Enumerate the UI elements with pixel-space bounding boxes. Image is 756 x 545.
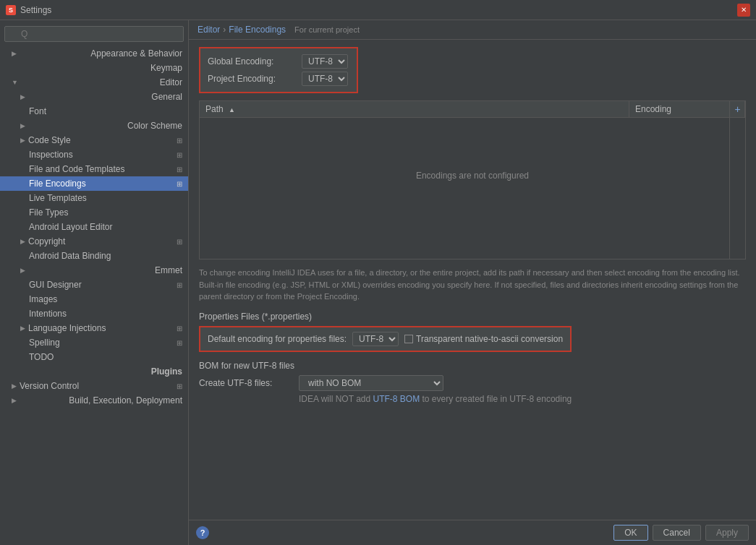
- sidebar-item-label: Build, Execution, Deployment: [69, 395, 182, 405]
- settings-icon: ⊞: [177, 339, 182, 347]
- expand-icon: ▶: [20, 325, 25, 332]
- sidebar-item-intentions[interactable]: Intentions: [0, 306, 188, 321]
- sidebar-item-build-execution[interactable]: ▶ Build, Execution, Deployment: [0, 393, 188, 408]
- sidebar-item-label: Copyright: [28, 236, 65, 246]
- sidebar-item-plugins[interactable]: Plugins: [0, 364, 188, 379]
- expand-icon: ▶: [12, 397, 17, 404]
- sidebar-item-android-data-binding[interactable]: Android Data Binding: [0, 249, 188, 263]
- sidebar-item-font[interactable]: Font: [0, 104, 188, 119]
- sidebar: 🔍 ▶ Appearance & Behavior Keymap ▼ Edito…: [0, 20, 189, 545]
- sidebar-item-language-injections[interactable]: ▶ Language Injections ⊞: [0, 321, 188, 335]
- table-col-encoding: Encoding: [629, 101, 745, 117]
- settings-icon: ⊞: [177, 325, 182, 332]
- bom-create-select[interactable]: with NO BOM: [299, 375, 443, 391]
- transparent-checkbox-wrapper: Transparent native-to-ascii conversion: [404, 334, 563, 344]
- sidebar-item-file-code-templates[interactable]: File and Code Templates ⊞: [0, 162, 188, 176]
- transparent-checkbox[interactable]: [404, 335, 413, 343]
- settings-icon: ⊞: [177, 180, 182, 188]
- sidebar-item-general[interactable]: ▶ General: [0, 90, 188, 104]
- help-button[interactable]: ?: [196, 526, 209, 539]
- settings-window: S Settings ✕ 🔍 ▶ Appearance & Behavior K…: [0, 0, 756, 545]
- global-encoding-row: Global Encoding: UTF-8: [208, 54, 349, 69]
- table-toolbar: +: [729, 101, 745, 259]
- sidebar-item-gui-designer[interactable]: GUI Designer ⊞: [0, 278, 188, 292]
- sidebar-item-images[interactable]: Images: [0, 292, 188, 306]
- sidebar-item-keymap[interactable]: Keymap: [0, 61, 188, 75]
- sidebar-item-copyright[interactable]: ▶ Copyright ⊞: [0, 234, 188, 249]
- sidebar-item-spelling[interactable]: Spelling ⊞: [0, 335, 188, 350]
- expand-icon: ▶: [12, 50, 17, 57]
- sidebar-item-version-control[interactable]: ▶ Version Control ⊞: [0, 379, 188, 393]
- sidebar-item-label: Version Control: [20, 381, 79, 391]
- table-col-path: Path ▲: [200, 101, 629, 117]
- encoding-settings: Global Encoding: UTF-8 Project Encoding:…: [199, 47, 358, 93]
- sidebar-item-label: Editor: [160, 77, 182, 87]
- main-panel: Editor › File Encodings For current proj…: [189, 20, 756, 545]
- sidebar-item-label: Intentions: [29, 309, 67, 319]
- breadcrumb-current: File Encodings: [229, 25, 286, 35]
- bom-note-highlight: UTF-8 BOM: [373, 394, 420, 404]
- settings-icon: ⊞: [177, 137, 182, 145]
- main-content: Global Encoding: UTF-8 Project Encoding:…: [189, 40, 756, 520]
- sidebar-item-label: Inspections: [29, 150, 73, 160]
- sort-icon: ▲: [229, 106, 235, 113]
- app-icon: S: [6, 5, 16, 15]
- sidebar-item-live-templates[interactable]: Live Templates: [0, 191, 188, 205]
- global-encoding-select[interactable]: UTF-8: [302, 54, 348, 69]
- project-encoding-row: Project Encoding: UTF-8: [208, 72, 349, 86]
- sidebar-item-code-style[interactable]: ▶ Code Style ⊞: [0, 133, 188, 147]
- cancel-button[interactable]: Cancel: [653, 525, 701, 541]
- expand-icon: ▼: [12, 79, 18, 86]
- expand-icon: ▶: [20, 137, 25, 144]
- sidebar-item-label: Appearance & Behavior: [90, 48, 182, 59]
- sidebar-item-appearance[interactable]: ▶ Appearance & Behavior: [0, 46, 188, 61]
- settings-icon: ⊞: [177, 238, 182, 246]
- table-body: Encodings are not configured: [200, 118, 745, 233]
- bom-note-prefix: IDEA will NOT add: [299, 394, 373, 404]
- sidebar-item-file-encodings[interactable]: File Encodings ⊞: [0, 176, 188, 191]
- sidebar-item-label: Plugins: [151, 366, 182, 377]
- props-encoding-select[interactable]: UTF-8: [352, 332, 399, 346]
- sidebar-item-emmet[interactable]: ▶ Emmet: [0, 263, 188, 278]
- expand-icon: ▶: [20, 122, 25, 129]
- sidebar-item-todo[interactable]: TODO: [0, 350, 188, 364]
- properties-section-title: Properties Files (*.properties): [199, 312, 746, 322]
- breadcrumb-parent: Editor: [198, 25, 220, 35]
- sidebar-item-label: Android Layout Editor: [29, 222, 112, 232]
- sidebar-item-label: GUI Designer: [29, 280, 82, 290]
- sidebar-item-label: General: [151, 92, 182, 102]
- sidebar-item-label: File Types: [29, 207, 68, 218]
- apply-button[interactable]: Apply: [705, 525, 749, 541]
- sidebar-item-label: Android Data Binding: [29, 251, 111, 261]
- breadcrumb: Editor › File Encodings For current proj…: [189, 20, 756, 40]
- info-text: To change encoding IntelliJ IDEA uses fo…: [199, 267, 746, 303]
- sidebar-item-editor[interactable]: ▼ Editor: [0, 75, 188, 90]
- sidebar-item-label: TODO: [29, 352, 54, 362]
- bom-note-suffix: to every created file in UTF-8 encoding: [420, 394, 572, 404]
- sidebar-item-color-scheme[interactable]: ▶ Color Scheme: [0, 119, 188, 133]
- sidebar-item-label: Font: [29, 106, 46, 116]
- bom-create-label: Create UTF-8 files:: [199, 378, 293, 388]
- sidebar-item-label: Code Style: [28, 135, 71, 145]
- search-input[interactable]: [4, 26, 184, 42]
- sidebar-item-label: Color Scheme: [127, 121, 182, 131]
- sidebar-item-android-layout[interactable]: Android Layout Editor: [0, 220, 188, 234]
- table-header: Path ▲ Encoding: [200, 101, 745, 118]
- sidebar-item-label: Language Injections: [28, 323, 106, 333]
- sidebar-item-inspections[interactable]: Inspections ⊞: [0, 147, 188, 162]
- project-encoding-select[interactable]: UTF-8: [302, 72, 348, 86]
- properties-encoding-box: Default encoding for properties files: U…: [199, 326, 572, 352]
- ok-button[interactable]: OK: [613, 525, 647, 541]
- project-encoding-label: Project Encoding:: [208, 74, 302, 84]
- close-button[interactable]: ✕: [737, 4, 750, 17]
- settings-icon: ⊞: [177, 151, 182, 159]
- empty-message: Encodings are not configured: [416, 171, 529, 181]
- add-row-button[interactable]: +: [731, 103, 744, 116]
- encodings-table: Path ▲ Encoding Encodings are not config…: [199, 100, 746, 259]
- bom-section: BOM for new UTF-8 files Create UTF-8 fil…: [199, 361, 746, 404]
- sidebar-item-file-types[interactable]: File Types: [0, 205, 188, 220]
- search-box: 🔍: [4, 26, 184, 42]
- expand-icon: ▶: [20, 267, 25, 274]
- sidebar-item-label: Images: [29, 294, 57, 304]
- bom-section-title: BOM for new UTF-8 files: [199, 361, 746, 371]
